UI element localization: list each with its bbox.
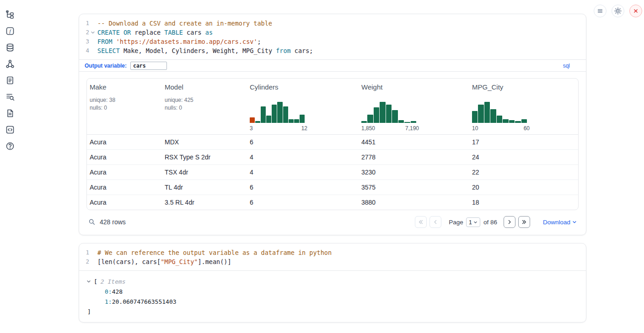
download-button[interactable]: Download xyxy=(543,219,577,226)
histogram-bar[interactable] xyxy=(255,121,260,123)
first-page-button[interactable] xyxy=(415,216,427,228)
help-icon[interactable] xyxy=(5,141,15,151)
fold-chevron-icon[interactable] xyxy=(89,28,97,37)
table-search-icon[interactable] xyxy=(5,92,15,102)
code-line[interactable]: 3FROM 'https://datasets.marimo.app/cars.… xyxy=(84,37,581,46)
table-header-row: Makeunique: 38nulls: 0Modelunique: 425nu… xyxy=(87,79,578,135)
settings-button[interactable] xyxy=(612,5,624,17)
scratchpad-icon[interactable] xyxy=(5,75,15,85)
table-row[interactable]: AcuraTL 4dr6357520 xyxy=(87,180,578,195)
column-name: Weight xyxy=(361,83,467,91)
search-icon[interactable] xyxy=(88,218,96,226)
sql-code-editor[interactable]: 1-- Download a CSV and create an in-memo… xyxy=(79,14,586,59)
tree-entry: 1: 20.060747663551403 xyxy=(86,296,579,307)
histogram-bar[interactable] xyxy=(374,107,379,123)
histogram-bar[interactable] xyxy=(490,109,496,123)
chevron-down-icon xyxy=(572,220,577,224)
column-histogram[interactable]: 312 xyxy=(250,101,356,132)
code-line[interactable]: 2CREATE OR replace TABLE cars as xyxy=(84,28,581,37)
column-header-make[interactable]: Makeunique: 38nulls: 0 xyxy=(87,79,162,134)
histogram-bar[interactable] xyxy=(509,120,515,123)
histogram-bar[interactable] xyxy=(380,102,385,123)
column-header-model[interactable]: Modelunique: 425nulls: 0 xyxy=(162,79,247,134)
code-line[interactable]: 1# We can reference the output variable … xyxy=(84,248,581,257)
table-cell: MDX xyxy=(162,135,247,149)
column-histogram[interactable]: 1,8507,190 xyxy=(361,101,467,132)
chevron-down-icon xyxy=(473,220,478,224)
histogram-bar[interactable] xyxy=(266,116,271,123)
table-cell: 4 xyxy=(247,150,359,164)
line-number: 1 xyxy=(84,248,89,257)
line-number: 2 xyxy=(84,28,89,37)
table-cell: 3575 xyxy=(359,180,469,195)
histogram-bar[interactable] xyxy=(404,122,410,123)
code-line[interactable]: 4SELECT Make, Model, Cylinders, Weight, … xyxy=(84,46,581,55)
table-row[interactable]: AcuraTSX 4dr4323022 xyxy=(87,165,578,180)
code-text: FROM 'https://datasets.marimo.app/cars.c… xyxy=(97,37,261,46)
sidebar: f xyxy=(0,0,20,333)
table-cell: 3880 xyxy=(359,195,469,210)
histogram-bar[interactable] xyxy=(261,106,266,123)
column-summary: unique: 38nulls: 0 xyxy=(90,96,159,112)
histogram-bar[interactable] xyxy=(361,121,367,123)
table-cell: Acura xyxy=(87,135,162,149)
column-name: MPG_City xyxy=(472,83,575,91)
code-line[interactable]: 2[len(cars), cars["MPG_City"].mean()] xyxy=(84,257,581,266)
code-line[interactable]: 1-- Download a CSV and create an in-memo… xyxy=(84,19,581,28)
table-row[interactable]: AcuraMDX6445117 xyxy=(87,135,578,150)
histogram-bar[interactable] xyxy=(398,120,404,123)
histogram-bar[interactable] xyxy=(277,102,282,123)
histogram-bar[interactable] xyxy=(521,119,527,123)
next-page-button[interactable] xyxy=(504,216,515,228)
histogram-bar[interactable] xyxy=(392,110,397,123)
entry-key: 1: xyxy=(105,298,112,305)
histogram-bar[interactable] xyxy=(478,105,483,123)
histogram-bar[interactable] xyxy=(272,105,277,123)
table-row[interactable]: Acura3.5 RL 4dr6388018 xyxy=(87,195,578,210)
code-text: -- Download a CSV and create an in-memor… xyxy=(97,19,272,28)
helper-functions-icon[interactable]: f xyxy=(5,26,15,36)
histogram-bar[interactable] xyxy=(367,115,373,123)
histogram-bar[interactable] xyxy=(294,119,299,123)
prev-page-button[interactable] xyxy=(429,216,441,228)
python-code-editor[interactable]: 1# We can reference the output variable … xyxy=(79,243,586,270)
line-number: 2 xyxy=(84,257,89,266)
histogram-bar[interactable] xyxy=(300,115,305,123)
snippets-icon[interactable] xyxy=(5,125,15,135)
table-footer: 428 rows Page 1 of 86 Download xyxy=(86,210,579,232)
column-header-weight[interactable]: Weight1,8507,190 xyxy=(359,79,469,134)
histogram-bar[interactable] xyxy=(386,105,392,123)
table-cell: TSX 4dr xyxy=(162,165,247,180)
histogram-bar[interactable] xyxy=(411,121,416,123)
histogram-bar[interactable] xyxy=(283,106,288,123)
output-variable-input[interactable]: cars xyxy=(130,62,167,70)
page-select[interactable]: 1 xyxy=(466,217,480,227)
histogram-bar[interactable] xyxy=(484,102,490,123)
column-header-mpg_city[interactable]: MPG_City1060 xyxy=(469,79,578,134)
histogram-bar[interactable] xyxy=(250,117,255,123)
column-histogram[interactable]: 1060 xyxy=(472,101,575,132)
column-header-cylinders[interactable]: Cylinders312 xyxy=(247,79,359,134)
shutdown-button[interactable] xyxy=(629,5,642,17)
table-cell: 4451 xyxy=(359,135,469,149)
collapse-chevron-icon[interactable] xyxy=(86,279,92,284)
histogram-bar[interactable] xyxy=(503,119,508,123)
histogram-bar[interactable] xyxy=(515,121,521,123)
datasources-icon[interactable] xyxy=(5,42,15,53)
table-cell: 20 xyxy=(469,180,578,195)
code-text: # We can reference the output variable a… xyxy=(97,248,332,257)
page-total-label: of 86 xyxy=(483,219,497,226)
documentation-icon[interactable] xyxy=(5,108,15,118)
entry-key: 0: xyxy=(105,288,112,295)
table-row[interactable]: AcuraRSX Type S 2dr4277824 xyxy=(87,150,578,165)
menu-button[interactable] xyxy=(594,5,606,17)
histogram-bar[interactable] xyxy=(289,119,294,123)
column-name: Cylinders xyxy=(250,83,356,91)
dependency-graph-icon[interactable] xyxy=(5,59,15,69)
column-name: Model xyxy=(165,83,244,91)
histogram-bar[interactable] xyxy=(472,111,478,123)
histogram-bar[interactable] xyxy=(497,116,502,123)
file-tree-icon[interactable] xyxy=(5,10,15,20)
last-page-button[interactable] xyxy=(518,216,530,228)
row-count: 428 rows xyxy=(100,218,126,226)
